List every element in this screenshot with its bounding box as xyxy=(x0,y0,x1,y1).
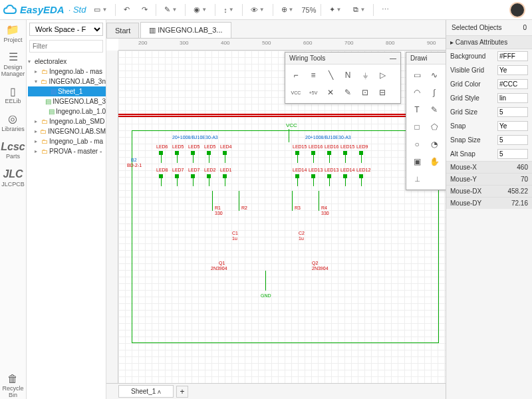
tree-node[interactable]: ▸🗀Ingegno.lab - mas xyxy=(28,66,106,76)
rail-design-manager[interactable]: ☰Design Manager xyxy=(1,51,25,77)
text-tool[interactable]: T xyxy=(409,102,425,118)
probe-tool[interactable]: ✎ xyxy=(340,84,356,100)
config-menu[interactable]: ⧉▼ xyxy=(349,1,369,19)
vertical-ruler xyxy=(106,51,118,383)
rect-tool[interactable]: □ xyxy=(409,119,425,135)
rail-eelib[interactable]: ▯EELib xyxy=(5,86,21,105)
attr-input[interactable] xyxy=(497,121,528,131)
tree-node[interactable]: ▤Sheet_1 xyxy=(28,86,106,96)
wiring-tools-panel[interactable]: Wiring Tools— ⌐ ≡ ╲ N ⏚ ▷ VCC +5V ✕ ✎ ⊡ … xyxy=(285,52,401,104)
selection-header: Selected Objects0 xyxy=(446,20,532,36)
sheet-tab[interactable]: Sheet_1 ᐱ xyxy=(118,385,174,398)
pan-tool[interactable]: ✋ xyxy=(426,154,442,170)
led-symbol: LED14 xyxy=(343,174,347,178)
poly-tool[interactable]: ⬠ xyxy=(426,119,442,135)
project-tree: ▾electoralex ▸🗀Ingegno.lab - mas▾🗀INGEGN… xyxy=(27,57,106,399)
align-menu[interactable]: ↕▼ xyxy=(219,1,237,19)
attribute-row: Alt Snap xyxy=(446,147,532,161)
tree-node[interactable]: ▸🗀INGEGNO.LAB.SM xyxy=(28,126,106,136)
led-symbol: LED6 xyxy=(159,151,163,155)
canvas-attributes-header[interactable]: ▸ Canvas Attributes xyxy=(446,36,532,49)
rail-jlcpcb[interactable]: JLCJLCPCB xyxy=(1,168,25,188)
lcsc-icon: Lcsc xyxy=(1,141,25,153)
netlabel-tool[interactable]: N xyxy=(340,67,356,83)
wire-tool[interactable]: ⌐ xyxy=(288,67,304,83)
led-symbol: LED13 xyxy=(311,174,315,178)
tree-node[interactable]: ▸🗀PROVA - master - xyxy=(28,146,106,156)
left-rail: 📁Project ☰Design Manager ▯EELib ◎Librari… xyxy=(0,20,27,399)
polyline-tool[interactable]: ∿ xyxy=(426,67,442,83)
cloud-icon xyxy=(3,4,17,16)
attr-input[interactable] xyxy=(497,107,528,117)
rail-libraries[interactable]: ◎Libraries xyxy=(1,113,25,132)
image-tool[interactable]: ▣ xyxy=(409,154,425,170)
led-symbol: LED14 xyxy=(295,174,299,178)
led-symbol: LED16 xyxy=(311,151,315,155)
tree-node[interactable]: ▸🗀Ingegno.Lab_SMD xyxy=(28,116,106,126)
tree-node[interactable]: ▤Ingegno.Lab_1.0 xyxy=(28,106,106,116)
gnd-label: GND xyxy=(261,293,271,298)
gnd-tool[interactable]: ⏚ xyxy=(357,67,373,83)
drawing-tools-panel[interactable]: Drawi ▭ ∿ ◠ ∫ T ✎ □ ⬠ ○ ◔ ▣ ✋ ⟂ xyxy=(406,52,446,190)
attribute-row: Background xyxy=(446,49,532,63)
rail-parts[interactable]: LcscParts xyxy=(1,141,25,160)
noconnect-tool[interactable]: ✕ xyxy=(323,84,338,100)
spline-tool[interactable]: ∫ xyxy=(426,84,442,100)
attr-input[interactable] xyxy=(497,93,528,103)
circle-tool[interactable]: ○ xyxy=(409,136,425,152)
tools-menu[interactable]: ✦▼ xyxy=(325,1,346,19)
attr-input[interactable] xyxy=(497,65,528,75)
more-menu[interactable]: ⋯ xyxy=(378,1,393,19)
workspace-select[interactable]: Work Space - F xyxy=(29,23,103,36)
editor-area: Start ▥ INGEGNO.LAB_3... 200300400500600… xyxy=(106,20,446,399)
tab-start[interactable]: Start xyxy=(106,23,139,38)
list-icon: ☰ xyxy=(9,51,18,63)
attribute-row: Grid Style xyxy=(446,91,532,105)
busport-tool[interactable]: ⊟ xyxy=(374,84,390,100)
arc-tool[interactable]: ◠ xyxy=(409,84,425,100)
line-tool[interactable]: ╲ xyxy=(323,67,338,83)
app-edition: · Std xyxy=(67,5,86,15)
vcc-tool[interactable]: VCC xyxy=(288,84,304,100)
attr-input[interactable] xyxy=(497,149,528,159)
filter-input[interactable] xyxy=(29,40,103,53)
add-sheet-button[interactable]: + xyxy=(176,386,188,398)
attr-input[interactable] xyxy=(497,51,528,61)
user-avatar[interactable] xyxy=(509,2,525,18)
5v-tool[interactable]: +5V xyxy=(305,84,321,100)
dimension-tool[interactable]: ⟂ xyxy=(409,171,425,187)
pie-tool[interactable]: ◔ xyxy=(426,136,442,152)
search-icon: ◎ xyxy=(8,113,17,125)
led-symbol: LED7 xyxy=(191,174,195,178)
attr-input[interactable] xyxy=(497,135,528,145)
netport-tool[interactable]: ⊡ xyxy=(357,84,373,100)
undo-button[interactable]: ↶ xyxy=(120,1,134,19)
tree-node[interactable]: ▸🗀Ingegno_Lab - ma xyxy=(28,136,106,146)
attribute-row: Visible Grid xyxy=(446,63,532,77)
tree-node[interactable]: ▤INGEGNO.LAB_3 xyxy=(28,96,106,106)
rail-project[interactable]: 📁Project xyxy=(3,24,22,43)
place-menu[interactable]: ◉▼ xyxy=(190,1,211,19)
led-symbol: LED5 xyxy=(175,151,179,155)
minimize-icon[interactable]: — xyxy=(390,55,396,62)
redo-button[interactable]: ↷ xyxy=(138,1,152,19)
sheet-tool[interactable]: ▭ xyxy=(409,67,425,83)
schematic-canvas[interactable]: VCC 20+1008/BJ10E30-A3 20+1008/BJ10E30-A… xyxy=(118,51,446,383)
edit-menu[interactable]: ✎▼ xyxy=(160,1,181,19)
led-symbol: LED13 xyxy=(327,174,331,178)
file-menu[interactable]: ▭▼ xyxy=(90,1,111,19)
flag-tool[interactable]: ▷ xyxy=(374,67,390,83)
tree-root[interactable]: ▾electoralex xyxy=(28,57,106,66)
led-symbol: LED5 xyxy=(207,151,211,155)
trash-icon: 🗑 xyxy=(7,373,18,385)
view-menu[interactable]: 👁▼ xyxy=(247,1,269,19)
zoom-menu[interactable]: ⊕▼ xyxy=(277,1,298,19)
rail-recycle-bin[interactable]: 🗑Recycle Bin xyxy=(2,373,23,399)
tree-node[interactable]: ▾🗀INGEGNO.LAB_3n xyxy=(28,76,106,86)
attr-input[interactable] xyxy=(497,79,528,89)
bus-tool[interactable]: ≡ xyxy=(305,67,321,83)
jlc-icon: JLC xyxy=(3,168,23,180)
horizontal-ruler: 200300400500600700800900 xyxy=(118,39,446,51)
freehand-tool[interactable]: ✎ xyxy=(426,102,442,118)
tab-document[interactable]: ▥ INGEGNO.LAB_3... xyxy=(140,22,231,38)
